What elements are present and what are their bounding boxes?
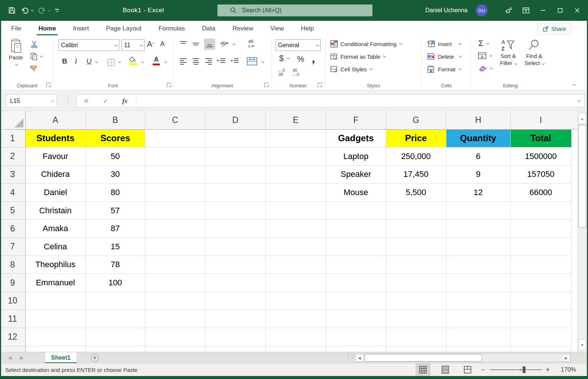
scroll-left-arrow[interactable]: ◀ xyxy=(355,354,364,362)
cell-I10[interactable] xyxy=(510,292,571,310)
format-as-table-button[interactable]: Format as Table xyxy=(330,53,385,60)
cell-D4[interactable] xyxy=(205,184,265,202)
italic-button[interactable]: I xyxy=(75,57,77,65)
cell-H10[interactable] xyxy=(446,292,510,310)
cell-I11[interactable] xyxy=(510,310,571,328)
horizontal-scroll-thumb[interactable] xyxy=(365,354,482,362)
cell-D7[interactable] xyxy=(205,238,265,256)
cell-C8[interactable] xyxy=(145,256,205,274)
cell-H2[interactable]: 6 xyxy=(446,148,510,166)
borders-button[interactable] xyxy=(107,58,116,67)
borders-dropdown-icon[interactable] xyxy=(118,60,121,63)
grow-font-button[interactable]: A^ xyxy=(147,39,154,49)
search-bar[interactable]: Search (Alt+Q) xyxy=(217,4,372,16)
cell-H1[interactable]: Quantity xyxy=(446,129,510,148)
zoom-out-button[interactable]: − xyxy=(481,363,485,376)
cell-I4[interactable]: 66000 xyxy=(510,184,571,202)
cell-G13[interactable] xyxy=(386,346,446,352)
row-header-10[interactable]: 10 xyxy=(0,292,25,310)
cell-A6[interactable]: Amaka xyxy=(25,220,85,238)
cancel-button[interactable]: ✕ xyxy=(77,97,96,105)
cell-F7[interactable] xyxy=(326,238,386,256)
cell-E8[interactable] xyxy=(265,256,326,274)
bold-button[interactable]: B xyxy=(62,57,67,65)
collapse-ribbon-icon[interactable] xyxy=(572,84,575,87)
conditional-formatting-button[interactable]: Conditional Formatting xyxy=(330,40,401,48)
cell-F4[interactable]: Mouse xyxy=(326,184,386,202)
cell-C5[interactable] xyxy=(145,201,205,220)
cell-C1[interactable] xyxy=(145,129,205,148)
underline-button[interactable]: U xyxy=(87,57,92,65)
col-header-H[interactable]: H xyxy=(446,111,510,129)
tab-home[interactable]: Home xyxy=(32,21,62,36)
increase-decimal-button[interactable]: ←.0 .00 xyxy=(278,68,285,77)
formula-bar-resizer[interactable]: ⋮⋮ xyxy=(65,95,71,102)
cell-I2[interactable]: 1500000 xyxy=(510,148,571,166)
share-button[interactable]: Share xyxy=(537,23,572,35)
copy-button[interactable] xyxy=(29,52,42,61)
cell-C11[interactable] xyxy=(145,310,205,328)
cell-C3[interactable] xyxy=(145,165,205,184)
vertical-scrollbar[interactable]: ▲ ▼ xyxy=(577,111,587,352)
row-header-8[interactable]: 8 xyxy=(0,256,25,274)
cell-G1[interactable]: Price xyxy=(386,129,446,148)
cell-B7[interactable]: 15 xyxy=(85,238,145,256)
format-cells-button[interactable]: Format xyxy=(427,65,461,73)
cell-A1[interactable]: Students xyxy=(25,129,85,148)
row-header-4[interactable]: 4 xyxy=(0,184,25,202)
row-header-12[interactable]: 12 xyxy=(0,328,25,346)
cell-D8[interactable] xyxy=(205,256,265,274)
insert-cells-button[interactable]: Insert xyxy=(427,40,461,48)
cell-E3[interactable] xyxy=(265,165,326,184)
cell-A2[interactable]: Favour xyxy=(25,148,85,166)
user-name[interactable]: Daniel Uchenna xyxy=(425,7,468,14)
cell-styles-button[interactable]: Cell Styles xyxy=(330,65,372,73)
cell-G10[interactable] xyxy=(386,292,446,310)
underline-dropdown-icon[interactable] xyxy=(95,60,98,63)
sort-filter-button[interactable]: AZ Sort & Filter xyxy=(496,39,520,67)
cell-I3[interactable]: 157050 xyxy=(510,165,571,184)
tab-data[interactable]: Data xyxy=(196,21,222,36)
expand-formula-bar-icon[interactable] xyxy=(578,99,581,102)
number-dialog-launcher[interactable] xyxy=(318,83,323,88)
middle-align-button[interactable] xyxy=(191,40,200,48)
cell-B10[interactable] xyxy=(85,292,145,310)
cell-I8[interactable] xyxy=(510,256,571,274)
merge-center-dropdown-icon[interactable] xyxy=(261,60,264,63)
cell-B3[interactable]: 30 xyxy=(85,165,145,184)
orientation-button[interactable]: ab xyxy=(220,39,230,48)
row-header-1[interactable]: 1 xyxy=(0,129,25,148)
cut-button[interactable] xyxy=(30,40,38,48)
cell-A9[interactable]: Emmanuel xyxy=(25,274,85,292)
cell-C7[interactable] xyxy=(145,238,205,256)
align-left-button[interactable] xyxy=(179,57,188,65)
cell-H12[interactable] xyxy=(446,328,510,346)
select-all-corner[interactable] xyxy=(0,111,25,129)
decrease-indent-button[interactable] xyxy=(217,57,226,65)
cell-D13[interactable] xyxy=(205,346,265,352)
ribbon-display-options-button[interactable] xyxy=(517,0,534,21)
enter-button[interactable]: ✓ xyxy=(96,97,115,105)
cell-C9[interactable] xyxy=(145,274,205,292)
cell-G9[interactable] xyxy=(386,274,446,292)
merge-center-button[interactable] xyxy=(246,56,258,66)
cell-F8[interactable] xyxy=(326,256,386,274)
row-header-9[interactable]: 9 xyxy=(0,274,25,292)
cell-F6[interactable] xyxy=(326,220,386,238)
horizontal-scrollbar[interactable]: ◀ ▶ xyxy=(355,353,571,362)
cell-A12[interactable] xyxy=(25,328,85,346)
bottom-align-button[interactable] xyxy=(204,39,215,50)
cell-E9[interactable] xyxy=(265,274,326,292)
cell-H5[interactable] xyxy=(446,201,510,220)
cell-A13[interactable] xyxy=(25,346,85,352)
clipboard-dialog-launcher[interactable] xyxy=(46,83,51,88)
page-layout-view-button[interactable] xyxy=(438,363,453,376)
cell-I12[interactable] xyxy=(510,328,571,346)
format-painter-button[interactable] xyxy=(29,64,38,73)
cell-D5[interactable] xyxy=(205,201,265,220)
cell-D11[interactable] xyxy=(205,310,265,328)
cell-E2[interactable] xyxy=(265,148,326,166)
cell-D12[interactable] xyxy=(205,328,265,346)
row-header-13[interactable] xyxy=(0,346,25,352)
undo-button[interactable] xyxy=(21,7,33,14)
